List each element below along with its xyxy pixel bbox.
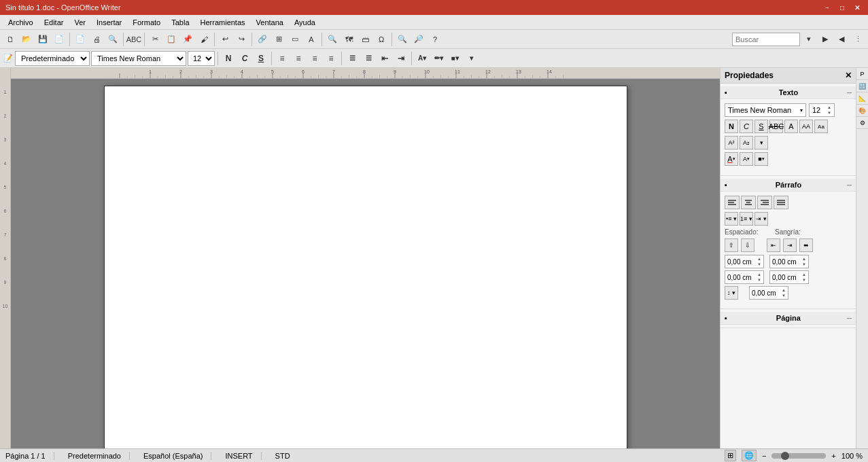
panel-bold-button[interactable]: N: [725, 120, 738, 133]
zoom-out-button[interactable]: 🔍: [395, 32, 410, 47]
indent-right-down[interactable]: ▼: [802, 262, 806, 267]
panel-highlight-color-btn[interactable]: A ▾: [740, 152, 753, 166]
menu-tabla[interactable]: Tabla: [166, 17, 194, 28]
panel-bg-color-btn[interactable]: ■ ▾: [754, 152, 768, 166]
clone-button[interactable]: 🖌: [196, 32, 211, 47]
panel-font-size[interactable]: 12 ▲ ▼: [809, 103, 835, 117]
space-above-spinner[interactable]: ▲ ▼: [757, 256, 761, 267]
panel-sangria-extra-btn[interactable]: ⬌: [799, 238, 813, 252]
panel-space-below-btn[interactable]: ⇩: [741, 238, 754, 252]
find-next-button[interactable]: ▶: [818, 32, 833, 47]
underline-button[interactable]: S: [254, 51, 268, 66]
menu-formato[interactable]: Formato: [127, 17, 166, 28]
italic-button[interactable]: C: [237, 51, 252, 66]
panel-sangria-right-btn[interactable]: ⇥: [783, 238, 797, 252]
charmap-button[interactable]: Ω: [374, 32, 389, 47]
view-web-btn[interactable]: 🌐: [742, 450, 757, 461]
print-button[interactable]: 🖨: [89, 32, 104, 47]
texto-section-title[interactable]: ▪ Texto ─: [721, 86, 856, 99]
bold-button[interactable]: N: [221, 51, 236, 66]
justify-button[interactable]: ≡: [324, 51, 338, 66]
more-btn[interactable]: ▾: [464, 51, 479, 66]
panel-indent-right-input[interactable]: 0,00 cm ▲ ▼: [769, 255, 809, 268]
menu-ventana[interactable]: Ventana: [251, 17, 289, 28]
paragraph-style-select[interactable]: Predeterminado: [15, 51, 90, 66]
space-above-down[interactable]: ▼: [757, 262, 761, 267]
copy-button[interactable]: 📋: [164, 32, 179, 47]
new-button[interactable]: 🗋: [3, 32, 18, 47]
menu-insertar[interactable]: Insertar: [91, 17, 127, 28]
panel-spacing-btn[interactable]: ▾: [754, 136, 768, 149]
parrafo-section-title[interactable]: ▪ Párrafo ─: [721, 179, 856, 192]
font-size-select[interactable]: 12: [188, 51, 215, 66]
panel-line-spacing-btn[interactable]: ↕ ▾: [725, 286, 738, 300]
document-scroll-area[interactable]: [11, 79, 720, 448]
maximize-button[interactable]: □: [837, 2, 848, 13]
panel-subscript-button[interactable]: A₂: [740, 136, 753, 149]
panel-space-above-input[interactable]: 0,00 cm ▲ ▼: [725, 255, 764, 268]
align-center-button[interactable]: ≡: [291, 51, 306, 66]
increase-indent-button[interactable]: ⇥: [394, 51, 409, 66]
indent-left-spinner[interactable]: ▲ ▼: [802, 272, 806, 283]
panel-space-above-btn[interactable]: ⇧: [725, 238, 738, 252]
document-page[interactable]: [104, 86, 627, 448]
space-above-up[interactable]: ▲: [757, 256, 761, 262]
parrafo-minimize[interactable]: ─: [847, 181, 852, 189]
line-spacing-spinner[interactable]: ▲ ▼: [782, 287, 786, 298]
align-right-button[interactable]: ≡: [307, 51, 322, 66]
line-spacing-down[interactable]: ▼: [782, 293, 786, 298]
close-button[interactable]: ✕: [852, 2, 863, 13]
font-color-button[interactable]: A▾: [415, 51, 430, 66]
save-as-button[interactable]: 📄: [52, 32, 67, 47]
panel-underline-button[interactable]: S: [754, 120, 768, 133]
textbox-button[interactable]: ▭: [288, 32, 302, 47]
numbering-button[interactable]: ☰: [361, 51, 376, 66]
view-normal-btn[interactable]: ⊞: [725, 450, 736, 461]
panel-caps-button[interactable]: AA: [799, 120, 813, 133]
menu-ayuda[interactable]: Ayuda: [289, 17, 321, 28]
highlight-button[interactable]: ✏▾: [431, 51, 446, 66]
panel-shadow-button[interactable]: A: [784, 120, 798, 133]
panel-indent-left-input[interactable]: 0,00 cm ▲ ▼: [769, 270, 809, 284]
panel-sidebar-icon5[interactable]: ⚙: [856, 117, 869, 129]
panel-bullet-list-btn[interactable]: •≡ ▾: [725, 212, 738, 226]
indent-left-up[interactable]: ▲: [802, 272, 806, 277]
zoom-slider[interactable]: [771, 453, 826, 459]
panel-space-below-input[interactable]: 0,00 cm ▲ ▼: [725, 270, 764, 284]
indent-right-spinner[interactable]: ▲ ▼: [802, 256, 806, 267]
panel-align-center[interactable]: [741, 196, 756, 209]
zoom-in-button[interactable]: 🔎: [411, 32, 426, 47]
insert-status[interactable]: INSERT: [225, 452, 261, 460]
panel-number-list-btn[interactable]: 1≡ ▾: [740, 212, 753, 226]
panel-sidebar-icon2[interactable]: 🔠: [856, 80, 869, 92]
menu-herramientas[interactable]: Herramientas: [195, 17, 251, 28]
print-preview-button[interactable]: 🔍: [105, 32, 120, 47]
decrease-indent-button[interactable]: ⇤: [377, 51, 392, 66]
zoom-in-status-btn[interactable]: +: [831, 452, 835, 460]
menu-archivo[interactable]: Archivo: [3, 17, 39, 28]
panel-sidebar-icon4[interactable]: 🎨: [856, 105, 869, 117]
search-dropdown[interactable]: ▾: [801, 32, 816, 47]
datasource-button[interactable]: 🗃: [358, 32, 372, 47]
indent-right-up[interactable]: ▲: [802, 256, 806, 262]
menu-editar[interactable]: Editar: [39, 17, 69, 28]
space-below-down[interactable]: ▼: [757, 277, 761, 283]
line-spacing-up[interactable]: ▲: [782, 287, 786, 293]
panel-sangria-left-btn[interactable]: ⇤: [767, 238, 780, 252]
panel-strikethrough-button[interactable]: ABC: [769, 120, 783, 133]
panel-sidebar-icon1[interactable]: P: [856, 68, 869, 80]
background-color-button[interactable]: ■▾: [447, 51, 462, 66]
panel-italic-button[interactable]: C: [740, 120, 753, 133]
texto-minimize[interactable]: ─: [847, 89, 852, 96]
panel-superscript-button[interactable]: A²: [725, 136, 738, 149]
panel-align-left[interactable]: [725, 196, 740, 209]
spellcheck-button[interactable]: ABC: [126, 32, 141, 47]
panel-font-name[interactable]: Times New Roman ▾: [725, 103, 806, 117]
font-name-select[interactable]: Times New Roman: [91, 51, 186, 66]
indent-left-down[interactable]: ▼: [802, 277, 806, 283]
minimize-button[interactable]: −: [822, 2, 833, 13]
navigator-button[interactable]: 🗺: [341, 32, 356, 47]
find-prev-button[interactable]: ◀: [834, 32, 849, 47]
menu-ver[interactable]: Ver: [69, 17, 91, 28]
pagina-minimize[interactable]: ─: [847, 315, 852, 322]
